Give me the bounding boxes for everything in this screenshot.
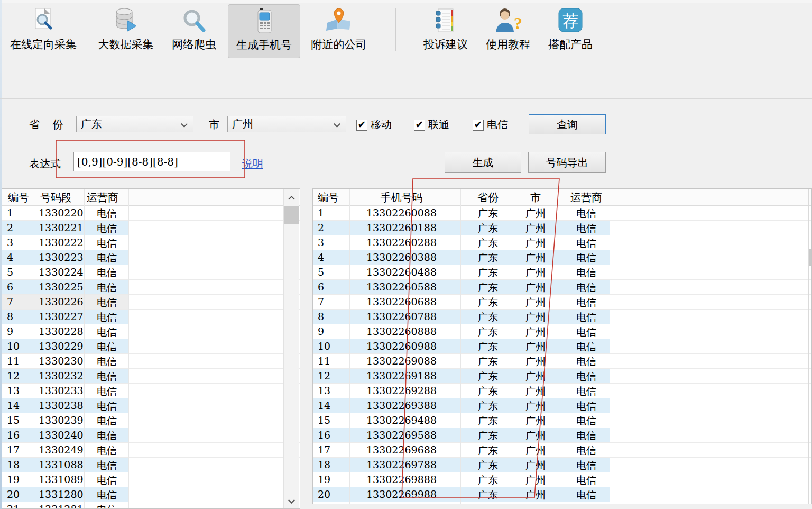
city-selected-value: 广州 (232, 117, 253, 131)
cell-index: 20 (7, 488, 20, 500)
cell-carrier: 电信 (97, 281, 117, 295)
cell-segment: 1330225 (39, 281, 84, 293)
scroll-up-button[interactable] (284, 190, 299, 204)
cell-phone: 13302260288 (345, 237, 458, 248)
segment-table-row[interactable]: 15 1330239 电信 (2, 413, 300, 428)
phone-table-scrollbar[interactable] (808, 189, 809, 504)
generate-button[interactable]: 生成 (445, 152, 521, 173)
toolbar-item-web-crawler[interactable]: 网络爬虫 (164, 4, 224, 58)
segment-table-row[interactable]: 4 1330223 电信 (2, 250, 300, 265)
cell-index: 10 (7, 340, 20, 352)
cell-province: 广东 (462, 325, 514, 339)
toolbar-item-online-collect[interactable]: 在线定向采集 (3, 4, 84, 58)
cell-carrier: 电信 (562, 444, 610, 458)
segment-table-row[interactable]: 14 1330238 电信 (2, 398, 300, 413)
segment-table-row[interactable]: 19 1331089 电信 (2, 472, 300, 487)
tutorial-person-icon: ? (493, 6, 523, 36)
cell-index: 16 (318, 429, 330, 441)
export-button[interactable]: 号码导出 (528, 152, 606, 173)
province-select[interactable]: 广东 (76, 116, 193, 132)
column-header-segment[interactable]: 号码段 (40, 190, 72, 205)
segment-table-scrollbar[interactable] (283, 189, 299, 508)
column-header-province[interactable]: 省份 (462, 190, 514, 205)
segment-table-row[interactable]: 21 1331281 电信 (2, 502, 300, 509)
phone-table-row[interactable]: 7 13302260688 广东 广州 电信 (313, 295, 811, 310)
segment-table-row[interactable]: 5 1330224 电信 (2, 265, 300, 280)
query-button[interactable]: 查询 (529, 114, 606, 134)
phone-table-row[interactable]: 16 13302269588 广东 广州 电信 (313, 428, 811, 443)
phone-table-row[interactable]: 1 13302260088 广东 广州 电信 (313, 206, 811, 221)
cell-phone: 13302260388 (345, 251, 458, 263)
segment-table-row[interactable]: 18 1331088 电信 (2, 458, 300, 472)
segment-table-row[interactable]: 11 1330230 电信 (2, 354, 300, 369)
segment-table-row[interactable]: 7 1330226 电信 (2, 295, 300, 310)
column-header-phone[interactable]: 手机号码 (345, 190, 458, 205)
phone-table-row[interactable]: 2 13302260188 广东 广州 电信 (313, 221, 811, 235)
cell-carrier: 电信 (97, 325, 117, 339)
column-header-city[interactable]: 市 (514, 190, 557, 205)
phone-table-row[interactable]: 6 13302260588 广东 广州 电信 (313, 280, 811, 295)
cell-index: 19 (318, 474, 330, 485)
segment-table-row[interactable]: 12 1330232 电信 (2, 369, 300, 384)
cell-index: 12 (318, 370, 330, 381)
segment-table-row[interactable]: 9 1330228 电信 (2, 324, 300, 339)
column-header-index[interactable]: 编号 (8, 190, 29, 205)
phone-table-row[interactable]: 8 13302260788 广东 广州 电信 (313, 310, 811, 324)
city-select[interactable]: 广州 (227, 116, 346, 132)
phone-table-row[interactable]: 15 13302269488 广东 广州 电信 (313, 413, 811, 428)
toolbar-item-nearby-companies[interactable]: 附近的公司 (307, 4, 371, 58)
toolbar-item-products[interactable]: 荐 搭配产品 (541, 4, 600, 58)
carrier-label-mobile: 移动 (371, 117, 392, 132)
phone-table-row[interactable]: 14 13302269388 广东 广州 电信 (313, 398, 811, 413)
segment-table-row[interactable]: 2 1330221 电信 (2, 221, 300, 235)
phone-table-row[interactable]: 18 13302269788 广东 广州 电信 (313, 458, 811, 472)
segment-table-row[interactable]: 17 1330249 电信 (2, 443, 300, 458)
phone-table-row[interactable]: 4 13302260388 广东 广州 电信 (313, 250, 811, 265)
column-header-index[interactable]: 编号 (318, 190, 339, 205)
segment-table-row[interactable]: 10 1330229 电信 (2, 339, 300, 354)
cell-carrier: 电信 (562, 399, 610, 413)
toolbar-item-bigdata-collect[interactable]: 大数据采集 (91, 4, 161, 58)
phone-table-row[interactable]: 12 13302269188 广东 广州 电信 (313, 369, 811, 384)
segment-table-row[interactable]: 16 1330240 电信 (2, 428, 300, 443)
column-header-carrier[interactable]: 运营商 (562, 190, 610, 205)
phone-table-row[interactable]: 11 13302269088 广东 广州 电信 (313, 354, 811, 369)
cell-province: 广东 (462, 399, 514, 413)
map-pin-icon (324, 6, 354, 36)
cell-province: 广东 (462, 207, 514, 221)
toolbar-item-label: 使用教程 (486, 37, 530, 52)
cell-province: 广东 (462, 222, 514, 235)
segment-table-row[interactable]: 3 1330222 电信 (2, 235, 300, 250)
carrier-checkbox-mobile[interactable]: ✔ (356, 120, 367, 131)
help-link[interactable]: 说明 (242, 157, 263, 171)
segment-table-row[interactable]: 20 1331280 电信 (2, 487, 300, 502)
segment-table-row[interactable]: 1 1330220 电信 (2, 206, 300, 221)
cell-province: 广东 (462, 370, 514, 384)
toolbar-item-tutorial[interactable]: ? 使用教程 (478, 4, 538, 58)
cell-phone: 13302260088 (345, 207, 458, 219)
segment-table-row[interactable]: 8 1330227 电信 (2, 310, 300, 324)
checkmark-icon: ✔ (474, 120, 483, 130)
phone-table-row[interactable]: 13 13302269288 广东 广州 电信 (313, 384, 811, 398)
phone-table-row[interactable]: 20 13302269988 广东 广州 电信 (313, 487, 811, 502)
expression-input[interactable] (73, 152, 230, 171)
carrier-checkbox-unicom[interactable]: ✔ (414, 120, 425, 131)
scroll-down-button[interactable] (284, 493, 299, 507)
toolbar-item-generate-phone[interactable]: 生成手机号 (228, 4, 300, 58)
segment-table-row[interactable]: 13 1330233 电信 (2, 384, 300, 398)
phone-table-row[interactable]: 10 13302260988 广东 广州 电信 (313, 339, 811, 354)
toolbar-item-feedback[interactable]: 投诉建议 (416, 4, 475, 58)
cell-index: 21 (7, 503, 20, 509)
carrier-checkbox-telecom[interactable]: ✔ (473, 120, 484, 131)
cell-index: 6 (318, 281, 324, 293)
phone-table-row[interactable]: 17 13302269688 广东 广州 电信 (313, 443, 811, 458)
cell-province: 广东 (462, 237, 514, 250)
scrollbar-thumb[interactable] (284, 206, 299, 224)
phone-table-row[interactable]: 3 13302260288 广东 广州 电信 (313, 235, 811, 250)
phone-table-row[interactable]: 19 13302269888 广东 广州 电信 (313, 472, 811, 487)
column-header-carrier[interactable]: 运营商 (87, 190, 118, 205)
scrollbar-thumb[interactable] (809, 249, 812, 266)
phone-table-row[interactable]: 5 13302260488 广东 广州 电信 (313, 265, 811, 280)
segment-table-row[interactable]: 6 1330225 电信 (2, 280, 300, 295)
phone-table-row[interactable]: 9 13302260888 广东 广州 电信 (313, 324, 811, 339)
